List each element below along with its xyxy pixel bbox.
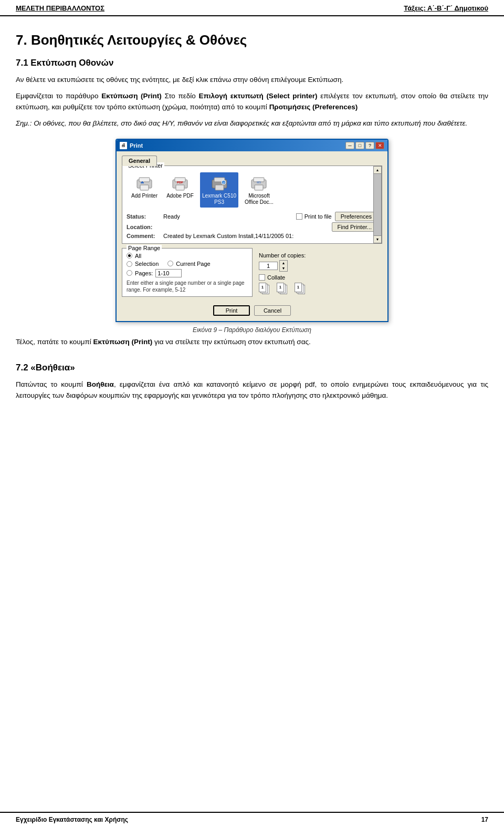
printer-adobe-pdf[interactable]: PDF Adobe PDF xyxy=(164,172,196,201)
svg-rect-2 xyxy=(140,185,149,190)
titlebar-left: 🖨 Print xyxy=(120,142,143,149)
printer-microsoft[interactable]: MS MicrosoftOffice Doc... xyxy=(243,172,276,208)
radio-selection-label: Selection xyxy=(135,261,159,267)
print-to-file-checkbox[interactable] xyxy=(296,213,302,220)
header-left: ΜΕΛΕΤΗ ΠΕΡΙΒΑΛΛΟΝΤΟΣ xyxy=(16,4,104,12)
page-range-group: Page Range All Selection Current Page xyxy=(122,248,253,297)
collate-row: Collate xyxy=(259,274,380,281)
printer-scrollbar[interactable]: ▲ ▼ xyxy=(373,166,382,243)
radio-pages[interactable] xyxy=(127,270,132,276)
para-after-dialog: Τέλος, πατάτε το κουμπί Εκτύπωση (Print)… xyxy=(16,337,488,348)
minimize-button[interactable]: ─ xyxy=(345,142,354,149)
svg-rect-11 xyxy=(215,185,224,190)
find-printer-area: Find Printer... xyxy=(332,222,377,232)
adobe-pdf-label: Adobe PDF xyxy=(166,193,194,199)
section-72: 7.2 «Βοήθεια» Πατώντας το κουμπί Βοήθεια… xyxy=(16,363,488,401)
adobe-pdf-icon: PDF xyxy=(171,174,190,191)
dialog-caption: Εικόνα 9 – Παράθυρο διαλόγου Εκτύπωση xyxy=(193,326,311,334)
radio-current-page[interactable] xyxy=(167,261,173,266)
section-72-para: Πατώντας το κουμπί Βοήθεια, εμφανίζεται … xyxy=(16,379,488,401)
svg-text:PDF: PDF xyxy=(177,181,183,184)
section-71-note: Σημ.: Οι οθόνες, που θα βλέπετε, στο δικ… xyxy=(16,118,488,129)
printer-add-printer[interactable]: Add Printer xyxy=(129,172,160,201)
print-dialog: 🖨 Print ─ □ ? ✕ General Select Pri xyxy=(116,139,388,322)
microsoft-icon: MS xyxy=(249,174,268,191)
lexmark-icon: ✓ xyxy=(210,174,229,191)
cancel-button[interactable]: Cancel xyxy=(254,305,291,316)
dialog-action-row: Print Cancel xyxy=(122,305,382,316)
bold-print-after: Εκτύπωση (Print) xyxy=(93,338,153,346)
copies-label: Number of copies: xyxy=(259,252,380,259)
spinner-down[interactable]: ▼ xyxy=(280,266,287,271)
radio-selection[interactable] xyxy=(127,261,132,267)
status-row: Status: Ready Print to file Preferences xyxy=(127,212,377,221)
radio-pages-row: Pages: xyxy=(127,269,248,277)
collate-stack-2: 3 2 1 xyxy=(277,283,293,295)
bold-voitheia: Βοήθεια xyxy=(87,380,114,388)
copies-input[interactable] xyxy=(259,262,278,270)
print-to-file-label: Print to file xyxy=(304,213,332,220)
help-button[interactable]: ? xyxy=(365,142,374,149)
dialog-titlebar: 🖨 Print ─ □ ? ✕ xyxy=(117,140,387,151)
tab-general[interactable]: General xyxy=(122,156,157,166)
print-button[interactable]: Print xyxy=(213,305,250,316)
section-71-title: 7.1 Εκτύπωση Οθονών xyxy=(16,58,488,68)
copies-input-row: ▲ ▼ xyxy=(259,260,380,272)
page-header: ΜΕΛΕΤΗ ΠΕΡΙΒΑΛΛΟΝΤΟΣ Τάξεις: Α΄-Β΄-Γ΄ Δη… xyxy=(0,0,504,16)
radio-all-row: All xyxy=(127,253,248,259)
status-right: Print to file Preferences xyxy=(296,212,377,221)
radio-all[interactable] xyxy=(127,253,132,259)
collate-page-1a: 1 xyxy=(259,283,266,292)
svg-rect-7 xyxy=(176,185,184,190)
status-rows: Status: Ready Print to file Preferences xyxy=(127,212,377,239)
section-72-title: 7.2 «Βοήθεια» xyxy=(16,363,488,373)
pages-input[interactable] xyxy=(155,269,182,277)
maximize-button[interactable]: □ xyxy=(355,142,364,149)
page-content: 7. Βοηθητικές Λειτουργίες & Οθόνες 7.1 Ε… xyxy=(0,16,504,422)
svg-rect-1 xyxy=(139,178,150,182)
printers-area: Add Printer PDF Adobe PDF xyxy=(127,170,377,210)
printer-lexmark[interactable]: ✓ Lexmark C510PS3 xyxy=(200,172,238,208)
copies-spinner: ▲ ▼ xyxy=(279,260,288,272)
add-printer-icon xyxy=(135,174,154,191)
collate-page-1b: 1 xyxy=(277,283,284,292)
comment-row: Comment: Created by Lexmark Custom Insta… xyxy=(127,233,377,239)
location-row: Location: Find Printer... xyxy=(127,222,377,232)
status-value: Ready xyxy=(163,213,296,220)
svg-text:MS: MS xyxy=(257,181,261,184)
svg-rect-16 xyxy=(255,185,263,190)
radio-current-label: Current Page xyxy=(176,261,210,267)
collate-stack-1: 3 2 1 xyxy=(259,283,276,295)
find-printer-button[interactable]: Find Printer... xyxy=(332,222,377,232)
spinner-up[interactable]: ▲ xyxy=(280,261,287,266)
titlebar-buttons: ─ □ ? ✕ xyxy=(345,142,384,149)
bold-preferences: Προτιμήσεις (Preferences) xyxy=(269,103,358,111)
page-footer: Εγχειρίδιο Εγκατάστασης και Χρήσης 17 xyxy=(0,812,504,826)
collate-icons: 3 2 1 3 2 1 xyxy=(259,283,380,295)
scroll-track xyxy=(374,174,381,235)
svg-text:✓: ✓ xyxy=(222,181,225,184)
copies-group: Number of copies: ▲ ▼ Collate xyxy=(257,248,382,301)
comment-label: Comment: xyxy=(127,233,163,239)
close-button[interactable]: ✕ xyxy=(375,142,384,149)
footer-left: Εγχειρίδιο Εγκατάστασης και Χρήσης xyxy=(16,816,128,823)
radio-pages-label: Pages: xyxy=(135,270,153,276)
lexmark-label: Lexmark C510PS3 xyxy=(202,193,236,205)
location-label: Location: xyxy=(127,224,163,230)
section-71-para1: Αν θέλετε να εκτυπώσετε τις οθόνες της ε… xyxy=(16,75,488,86)
radio-selection-row: Selection Current Page xyxy=(127,261,248,267)
bold-print: Εκτύπωση (Print) xyxy=(101,92,162,100)
preferences-button[interactable]: Preferences xyxy=(335,212,377,221)
add-printer-label: Add Printer xyxy=(131,193,158,199)
bold-select-printer: Επιλογή εκτυπωτή (Select printer) xyxy=(199,92,318,100)
scroll-down-arrow[interactable]: ▼ xyxy=(374,235,381,243)
microsoft-label: MicrosoftOffice Doc... xyxy=(245,193,274,205)
collate-stack-3: 3 2 1 xyxy=(295,283,311,295)
chapter-title: 7. Βοηθητικές Λειτουργίες & Οθόνες xyxy=(16,32,488,48)
dialog-title: Print xyxy=(130,142,143,149)
collate-checkbox[interactable] xyxy=(259,274,265,281)
dialog-body: General Select Printer xyxy=(117,151,387,321)
section-71-para2: Εμφανίζεται το παράθυρο Εκτύπωση (Print)… xyxy=(16,91,488,113)
radio-all-label: All xyxy=(135,253,141,259)
scroll-up-arrow[interactable]: ▲ xyxy=(374,167,381,174)
